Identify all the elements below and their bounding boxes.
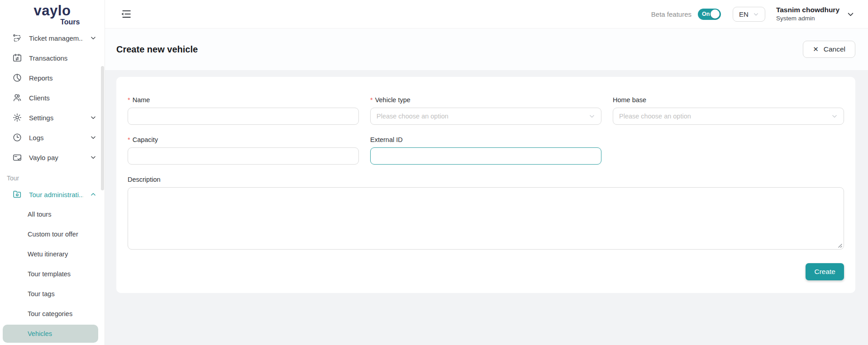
- topbar-right-cluster: Beta features On EN Tasnim chowdhury Sys…: [651, 5, 854, 23]
- sidebar-item-transactions[interactable]: Transactions: [0, 48, 105, 68]
- sidebar-scrollbar-thumb[interactable]: [101, 66, 104, 190]
- beta-features-toggle[interactable]: On: [698, 9, 721, 20]
- name-label: * Name: [128, 96, 359, 104]
- chevron-down-icon[interactable]: [847, 10, 854, 18]
- sidebar-item-label: Tour administrati...: [29, 191, 83, 198]
- sidebar-nav: Ticket managem... Transactions Reports C…: [0, 28, 105, 343]
- sidebar-item-tour-administration[interactable]: Tour administrati...: [0, 184, 105, 204]
- chevron-up-icon: [90, 191, 96, 198]
- sidebar-item-tour-tags[interactable]: Tour tags: [0, 284, 105, 304]
- sidebar-item-label: Settings: [29, 114, 83, 122]
- sidebar-item-label: Reports: [29, 74, 96, 82]
- brand-name: vaylo: [19, 4, 86, 18]
- sidebar-item-wetu-itinerary[interactable]: Wetu itinerary: [0, 244, 105, 264]
- sidebar-item-settings[interactable]: Settings: [0, 108, 105, 128]
- user-role: System admin: [776, 15, 839, 23]
- required-mark: *: [128, 96, 130, 104]
- field-capacity: * Capacity: [128, 136, 359, 165]
- chevron-down-icon: [589, 113, 595, 119]
- user-menu[interactable]: Tasnim chowdhury System admin: [776, 5, 839, 23]
- chevron-down-icon: [831, 113, 838, 119]
- field-name: * Name: [128, 96, 359, 125]
- capacity-input[interactable]: [128, 147, 359, 165]
- brand-sub: Tours: [19, 18, 86, 26]
- field-home-base: Home base Please choose an option: [613, 96, 844, 125]
- field-vehicle-type: * Vehicle type Please choose an option: [370, 96, 601, 125]
- sidebar-item-label: Tour categories: [28, 310, 72, 317]
- external-id-input[interactable]: [370, 147, 601, 165]
- topbar: Beta features On EN Tasnim chowdhury Sys…: [105, 0, 868, 28]
- sidebar-item-logs[interactable]: Logs: [0, 128, 105, 147]
- sidebar-item-label: Ticket managem...: [29, 34, 83, 42]
- main-area: Beta features On EN Tasnim chowdhury Sys…: [105, 0, 868, 345]
- folder-icon: [12, 189, 22, 199]
- sidebar-item-label: All tours: [28, 211, 51, 218]
- create-vehicle-form-card: * Name * Vehicle type Please choose an o…: [116, 77, 855, 293]
- description-textarea[interactable]: [128, 187, 844, 250]
- sidebar-item-tour-categories[interactable]: Tour categories: [0, 304, 105, 324]
- sidebar: vaylo Tours Ticket managem... Transactio…: [0, 0, 105, 345]
- close-icon: ✕: [813, 45, 819, 53]
- route-icon: [12, 33, 22, 43]
- chevron-down-icon: [90, 154, 96, 161]
- cancel-button[interactable]: ✕ Cancel: [803, 41, 855, 58]
- vehicle-type-placeholder: Please choose an option: [377, 113, 589, 120]
- description-label: Description: [128, 176, 844, 183]
- user-name: Tasnim chowdhury: [776, 5, 839, 14]
- create-button[interactable]: Create: [806, 263, 844, 280]
- sidebar-item-custom-tour-offer[interactable]: Custom tour offer: [0, 224, 105, 244]
- beta-features-label: Beta features: [651, 10, 692, 18]
- sidebar-item-label: Transactions: [29, 54, 96, 62]
- menu-fold-icon[interactable]: [120, 8, 132, 20]
- form-actions: Create: [128, 263, 844, 280]
- chevron-down-icon: [90, 134, 96, 141]
- gear-icon: [12, 113, 22, 123]
- sidebar-section-tour: Tour: [0, 167, 105, 184]
- sidebar-item-ticket-management[interactable]: Ticket managem...: [0, 28, 105, 48]
- sidebar-item-all-tours[interactable]: All tours: [0, 204, 105, 224]
- name-input[interactable]: [128, 108, 359, 125]
- language-select[interactable]: EN: [733, 7, 765, 22]
- field-description: Description: [128, 176, 844, 250]
- external-id-label: External ID: [370, 136, 601, 143]
- vehicle-type-select[interactable]: Please choose an option: [370, 108, 601, 125]
- capacity-label: * Capacity: [128, 136, 359, 143]
- toggle-knob: [711, 9, 720, 19]
- sidebar-item-vaylo-pay[interactable]: Vaylo pay: [0, 147, 105, 167]
- credit-card-icon: [12, 152, 22, 162]
- page-title: Create new vehicle: [116, 44, 198, 55]
- toggle-on-label: On: [702, 11, 710, 17]
- vehicle-type-label: * Vehicle type: [370, 96, 601, 104]
- cancel-label: Cancel: [824, 45, 845, 53]
- sidebar-item-label: Vehicles: [28, 330, 52, 337]
- sidebar-item-vehicles[interactable]: Vehicles: [3, 325, 98, 343]
- sidebar-item-label: Logs: [29, 134, 83, 142]
- sidebar-item-reports[interactable]: Reports: [0, 68, 105, 88]
- sidebar-item-tour-templates[interactable]: Tour templates: [0, 264, 105, 284]
- sidebar-item-label: Clients: [29, 94, 96, 102]
- sidebar-item-label: Wetu itinerary: [28, 250, 68, 258]
- home-base-select[interactable]: Please choose an option: [613, 108, 844, 125]
- required-mark: *: [370, 96, 373, 104]
- page-content: * Name * Vehicle type Please choose an o…: [105, 70, 868, 345]
- clients-icon: [12, 93, 22, 103]
- home-base-label: Home base: [613, 96, 844, 104]
- pie-chart-icon: [12, 73, 22, 83]
- chevron-down-icon: [90, 35, 96, 41]
- required-mark: *: [128, 136, 130, 143]
- sidebar-item-label: Tour tags: [28, 290, 55, 298]
- sidebar-item-clients[interactable]: Clients: [0, 88, 105, 108]
- language-value: EN: [739, 10, 749, 18]
- form-grid: * Name * Vehicle type Please choose an o…: [128, 96, 844, 250]
- chevron-down-icon: [90, 114, 96, 121]
- sidebar-item-label: Tour templates: [28, 270, 71, 278]
- sidebar-item-label: Vaylo pay: [29, 154, 83, 161]
- clock-icon: [12, 132, 22, 142]
- chevron-down-icon: [753, 11, 759, 17]
- page-header: Create new vehicle ✕ Cancel: [105, 28, 868, 70]
- sidebar-item-label: Custom tour offer: [28, 231, 78, 238]
- description-textarea-wrap: [128, 187, 844, 250]
- home-base-placeholder: Please choose an option: [619, 113, 831, 120]
- brand-logo: vaylo Tours: [19, 0, 86, 27]
- transactions-icon: [12, 53, 22, 63]
